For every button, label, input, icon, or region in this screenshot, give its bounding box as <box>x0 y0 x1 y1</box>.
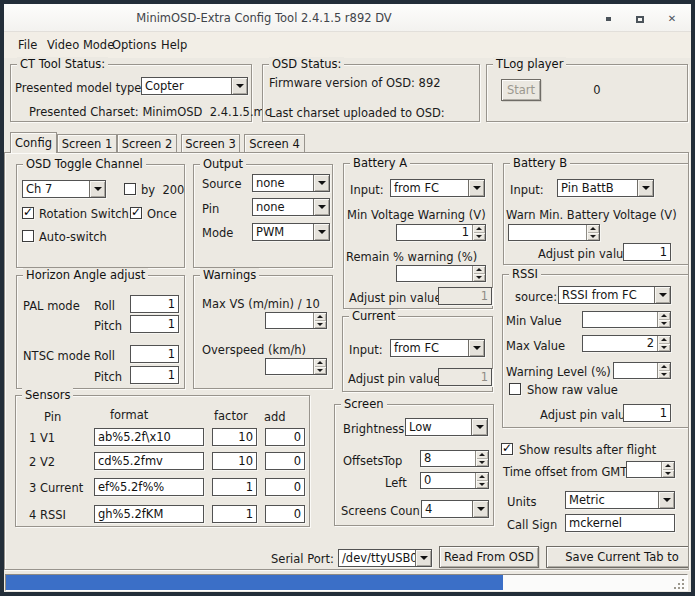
min-voltage-warning-spinner[interactable]: 1 <box>396 224 486 241</box>
gmt-offset-spinner[interactable] <box>626 461 675 478</box>
menu-file[interactable]: File <box>18 38 37 52</box>
sensor-2-format-field[interactable] <box>94 452 204 470</box>
dropdown-arrow-icon <box>471 419 487 435</box>
rssi-warning-level-value <box>614 363 657 378</box>
spin-down-icon[interactable] <box>476 481 488 489</box>
sensor-3-add-field[interactable] <box>265 478 305 496</box>
spin-up-icon[interactable] <box>587 225 599 233</box>
sensor-row-label: 1 V1 <box>29 431 55 445</box>
spin-down-icon[interactable] <box>658 344 670 352</box>
warn-min-voltage-spinner[interactable] <box>508 224 600 241</box>
show-raw-value-checkbox[interactable] <box>509 383 521 395</box>
tab-screen-3[interactable]: Screen 3 <box>181 134 240 153</box>
output-mode-combo[interactable]: PWM <box>252 223 330 241</box>
pal-roll-field[interactable] <box>130 295 179 313</box>
offset-top-spinner[interactable]: 8 <box>420 450 489 467</box>
spin-down-icon[interactable] <box>314 367 326 375</box>
output-pin-combo[interactable]: none <box>252 198 330 216</box>
spin-up-icon[interactable] <box>658 336 670 344</box>
dropdown-arrow-icon <box>415 550 431 566</box>
sensor-1-factor-field[interactable] <box>212 428 257 446</box>
remain-warning-spinner[interactable] <box>396 265 486 282</box>
sensor-4-format-field[interactable] <box>94 505 204 523</box>
spin-down-icon[interactable] <box>473 233 485 241</box>
window-frame: MinimOSD-Extra Config Tool 2.4.1.5 r892 … <box>4 4 691 592</box>
by-200-checkbox[interactable] <box>124 183 136 195</box>
spin-down-icon[interactable] <box>473 274 485 282</box>
ntsc-pitch-field[interactable] <box>130 366 179 384</box>
sensor-1-add-field[interactable] <box>265 428 305 446</box>
spin-down-icon[interactable] <box>658 371 670 379</box>
show-results-checkbox[interactable]: ✓ <box>501 443 513 455</box>
rssi-max-spinner[interactable]: 2 <box>582 335 671 352</box>
sensor-2-factor-field[interactable] <box>212 452 257 470</box>
spin-down-icon[interactable] <box>662 470 674 478</box>
spin-down-icon[interactable] <box>658 320 670 328</box>
screens-count-combo[interactable]: 4 <box>421 500 489 518</box>
toggle-channel-combo[interactable]: Ch 7 <box>22 180 106 198</box>
progress-bar <box>5 574 688 591</box>
tab-screen-4[interactable]: Screen 4 <box>244 134 305 153</box>
maximize-button[interactable] <box>629 12 651 26</box>
pal-pitch-field[interactable] <box>130 315 179 333</box>
minimize-icon <box>606 17 611 21</box>
ntsc-roll-field[interactable] <box>130 345 179 363</box>
sensor-4-add-field[interactable] <box>265 505 305 523</box>
spin-up-icon[interactable] <box>662 462 674 470</box>
max-vs-spinner[interactable] <box>265 312 327 329</box>
rssi-adjust-field[interactable]: 1 <box>623 404 671 422</box>
menu-help[interactable]: Help <box>161 38 187 52</box>
sensor-1-format-field[interactable] <box>94 428 204 446</box>
rotation-switch-checkbox[interactable]: ✓ <box>22 207 34 219</box>
tlog-counter: 0 <box>587 83 607 97</box>
battery-a-input-combo[interactable]: from FC <box>390 179 485 197</box>
offset-left-spinner[interactable]: 0 <box>420 472 489 489</box>
spin-up-icon[interactable] <box>473 266 485 274</box>
rssi-min-spinner[interactable] <box>582 311 671 328</box>
spin-down-icon[interactable] <box>587 233 599 241</box>
spin-up-icon[interactable] <box>473 225 485 233</box>
tab-screen-1[interactable]: Screen 1 <box>57 134 117 153</box>
rssi-source-combo[interactable]: RSSI from FC <box>558 286 671 304</box>
presented-charset-label: Presented Charset: MinimOSD 2.4.1.5.mc <box>29 105 271 119</box>
spin-up-icon[interactable] <box>658 312 670 320</box>
spin-up-icon[interactable] <box>476 451 488 459</box>
close-button[interactable]: ✕ <box>661 12 683 26</box>
tlog-start-button[interactable]: Start <box>501 79 541 101</box>
dropdown-arrow-icon <box>313 224 329 240</box>
sensor-2-add-field[interactable] <box>265 452 305 470</box>
spin-up-icon[interactable] <box>476 473 488 481</box>
battery-b-adjust-field[interactable]: 1 <box>623 243 671 261</box>
spin-up-icon[interactable] <box>658 363 670 371</box>
tab-config[interactable]: Config <box>10 132 57 153</box>
sensor-row-label: 4 RSSI <box>29 508 66 522</box>
sensor-3-format-field[interactable] <box>94 478 204 496</box>
overspeed-spinner[interactable] <box>265 358 327 375</box>
resize-grip[interactable] <box>670 577 686 592</box>
spin-up-icon[interactable] <box>314 313 326 321</box>
call-sign-field[interactable] <box>565 514 675 532</box>
once-checkbox[interactable]: ✓ <box>130 207 142 219</box>
model-type-combo[interactable]: Copter <box>141 77 248 95</box>
auto-switch-checkbox[interactable] <box>22 230 34 242</box>
save-current-tab-button[interactable]: Save Current Tab to <box>546 546 689 568</box>
serial-port-combo[interactable]: /dev/ttyUSB0 <box>338 549 432 567</box>
tab-screen-2[interactable]: Screen 2 <box>117 134 177 153</box>
spin-down-icon[interactable] <box>314 321 326 329</box>
gmt-offset-value <box>627 462 661 477</box>
rssi-warning-level-spinner[interactable] <box>613 362 671 379</box>
spin-down-icon[interactable] <box>476 459 488 467</box>
sensor-3-factor-field[interactable] <box>212 478 257 496</box>
output-source-combo[interactable]: none <box>252 174 330 192</box>
menu-options[interactable]: Options <box>112 38 156 52</box>
battery-b-input-combo[interactable]: Pin BattB <box>557 179 654 197</box>
spin-up-icon[interactable] <box>314 359 326 367</box>
minimize-button[interactable] <box>597 12 619 26</box>
brightness-combo[interactable]: Low <box>405 418 488 436</box>
read-from-osd-button[interactable]: Read From OSD <box>439 546 539 568</box>
units-combo[interactable]: Metric <box>565 491 675 509</box>
sensor-4-factor-field[interactable] <box>212 505 257 523</box>
menu-video-mode[interactable]: Video Mode <box>47 38 114 52</box>
warnings-legend: Warnings <box>200 268 259 282</box>
current-input-combo[interactable]: from FC <box>390 339 485 357</box>
